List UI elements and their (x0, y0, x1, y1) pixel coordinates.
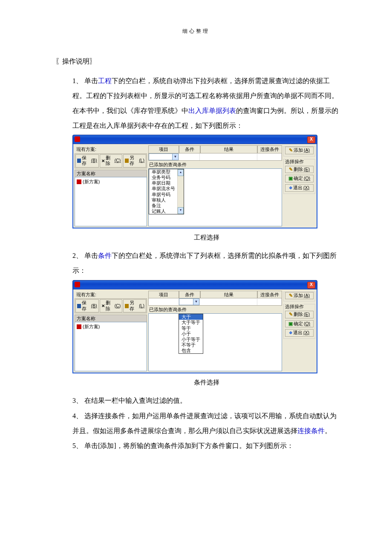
step-3: 3、在结果一栏中输入查询过滤的值。 (72, 393, 341, 408)
plan-list[interactable]: (新方案) (75, 322, 147, 371)
close-button[interactable]: X (307, 136, 315, 143)
plan-name-header: 方案名称 (75, 315, 147, 322)
lower-label: 已添加的查询条件 (148, 306, 282, 313)
col-connect: 连接条件 (257, 145, 282, 153)
delete-cond-button[interactable]: ✎删除(E) (285, 311, 314, 318)
dropdown-option[interactable]: 小于 (179, 331, 203, 337)
plan-icon (77, 179, 81, 184)
titlebar[interactable]: X (72, 280, 317, 289)
screenshot-project-select: X 现有方案: 保存(B) ✕删除(C) 另存(L) 方案名称 (72, 135, 317, 228)
col-result: 结果 (200, 291, 257, 298)
step-num: 1、 (72, 77, 83, 84)
text: 单击 (84, 252, 98, 259)
dropdown-option[interactable]: 业务号码 (149, 175, 178, 180)
exit-button[interactable]: ⎆退出(X) (285, 184, 314, 192)
col-condition: 条件 (179, 145, 200, 153)
dropdown-option[interactable]: 备注 (149, 203, 178, 208)
col-project: 项目 (148, 291, 179, 298)
dropdown-option[interactable]: 小于等于 (179, 337, 203, 342)
step-2: 2、单击条件下的空白栏处，系统弹出下了列表框，选择所需的比拟条件项，如下列图所示… (72, 248, 341, 389)
lower-label: 已添加的查询条件 (148, 161, 282, 168)
add-icon: ✎ (289, 147, 293, 153)
dropdown-option[interactable]: 单据号码 (149, 192, 178, 197)
chevron-down-icon[interactable]: ▼ (172, 154, 178, 160)
scroll-down-icon[interactable]: ▾ (178, 207, 184, 214)
dropdown-option[interactable]: 审核人 (149, 197, 178, 203)
step-4: 4、选择连接条件，如用户运用单条件进展查询过滤，该项可以不用输，系统自动默认为并… (72, 408, 341, 438)
project-dropdown[interactable]: 单据类型 业务号码 单据日期 单据流水号 单据号码 审核人 备注 记账人 ▴ (149, 169, 184, 215)
condition-combo[interactable]: ▼ (179, 298, 199, 305)
dropdown-option[interactable]: 单据流水号 (149, 186, 178, 191)
conditions-pane[interactable]: 大于 大于等于 等于 小于 小于等于 不等于 包含 (148, 313, 282, 371)
dropdown-option[interactable]: 记账人 (149, 208, 178, 214)
text: 单击[添加]，将所输的查询条件添加到下方条件窗口。如下列图所示： (84, 442, 294, 449)
step-num: 4、 (72, 412, 83, 419)
titlebar[interactable]: X (72, 135, 317, 144)
chevron-down-icon[interactable]: ▼ (193, 299, 199, 305)
saveas-icon (125, 159, 129, 163)
delete-button[interactable]: ✕删除(C) (100, 154, 122, 168)
ok-button[interactable]: ▣确定(O) (285, 320, 314, 328)
section-title: 〖操作说明〗 (55, 54, 341, 69)
plan-name-header: 方案名称 (75, 170, 147, 177)
dropdown-option[interactable]: 大于 (179, 314, 203, 320)
select-operation-label: 选择操作 (285, 159, 304, 165)
dropdown-option[interactable]: 包含 (179, 348, 203, 353)
plan-item-label: (新方案) (83, 324, 100, 330)
app-icon (75, 136, 80, 142)
scroll-up-icon[interactable]: ▴ (178, 169, 184, 176)
conditions-pane[interactable]: 单据类型 业务号码 单据日期 单据流水号 单据号码 审核人 备注 记账人 ▴ (148, 168, 282, 226)
delete-icon: ✎ (289, 312, 293, 318)
condition-dropdown[interactable]: 大于 大于等于 等于 小于 小于等于 不等于 包含 (179, 314, 203, 354)
step-num: 5、 (72, 442, 83, 449)
link-condition: 条件 (98, 252, 112, 259)
scrollbar[interactable]: ▴ ▾ (177, 169, 184, 214)
delete-icon: ✕ (101, 303, 105, 309)
delete-icon: ✎ (289, 167, 293, 173)
dropdown-option[interactable]: 不等于 (179, 342, 203, 348)
dropdown-option[interactable]: 等于 (179, 326, 203, 331)
save-button[interactable]: 保存(B) (75, 299, 99, 312)
text: 选择连接条件，如用户运用单条件进展查询过滤，该项可以不用输，系统自动默认为并且。… (72, 412, 337, 434)
screenshot-condition-select: X 现有方案: 保存(B) ✕删除(C) 另存(L) 方案名称 (72, 280, 317, 374)
dropdown-option[interactable]: 大于等于 (179, 320, 203, 325)
plan-item[interactable]: (新方案) (76, 178, 146, 185)
link-project: 工程 (98, 77, 112, 84)
saveas-button[interactable]: 另存(L) (123, 154, 146, 168)
save-button[interactable]: 保存(B) (75, 154, 99, 168)
exit-icon: ⎆ (289, 330, 292, 336)
dropdown-option[interactable]: 单据类型 (149, 169, 178, 175)
close-button[interactable]: X (307, 282, 315, 289)
text: 在结果一栏中输入查询过滤的值。 (84, 397, 187, 404)
current-plan-label: 现有方案: (75, 145, 147, 153)
text: 单击 (84, 77, 98, 84)
link-doc-list: 出入库单据列表 (188, 107, 236, 114)
plan-list[interactable]: (新方案) (75, 177, 147, 226)
step-5: 5、单击[添加]，将所输的查询条件添加到下方条件窗口。如下列图所示： (72, 438, 341, 453)
current-plan-label: 现有方案: (75, 291, 147, 298)
plan-item-label: (新方案) (83, 179, 100, 185)
add-button[interactable]: ✎添加(A) (285, 292, 314, 300)
plan-item[interactable]: (新方案) (76, 323, 146, 330)
caption-1: 工程选择 (72, 231, 341, 244)
caption-2: 条件选择 (72, 376, 341, 389)
delete-cond-button[interactable]: ✎删除(E) (285, 166, 314, 173)
exit-icon: ⎆ (289, 185, 292, 191)
ok-button[interactable]: ▣确定(O) (285, 175, 314, 182)
col-project: 项目 (148, 145, 179, 153)
plan-icon (77, 324, 81, 329)
app-icon (75, 282, 80, 287)
link-connect-cond: 连接条件 (297, 427, 325, 434)
saveas-icon (125, 304, 129, 308)
add-button[interactable]: ✎添加(A) (285, 147, 314, 154)
project-combo[interactable]: ▼ (149, 153, 179, 160)
text: 下的空白栏处，系统弹出下了列表框，选择所需的比拟条件项，如下列图所示： (72, 252, 337, 274)
select-operation-label: 选择操作 (285, 304, 304, 310)
delete-button[interactable]: ✕删除(C) (100, 299, 122, 312)
col-condition: 条件 (179, 291, 200, 298)
exit-button[interactable]: ⎆退出(X) (285, 329, 314, 337)
page-header: 细心整理 (51, 26, 341, 37)
saveas-button[interactable]: 另存(L) (123, 299, 146, 312)
dropdown-option[interactable]: 单据日期 (149, 180, 178, 186)
save-icon (77, 159, 81, 163)
